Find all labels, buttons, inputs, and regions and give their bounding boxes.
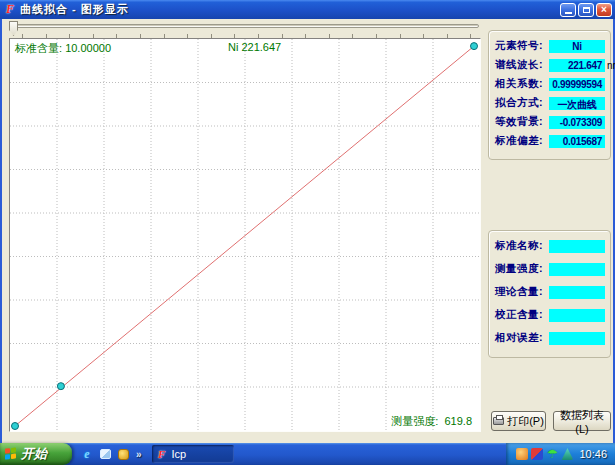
field-row: 标准偏差:0.015687	[495, 134, 605, 148]
tray-icon-4[interactable]	[561, 448, 573, 460]
tray-icon-1[interactable]	[516, 448, 528, 460]
field-row: 相对误差:	[495, 331, 605, 345]
field-row: 标准名称:	[495, 239, 605, 253]
system-tray: ☂ 10:46	[506, 443, 615, 465]
field-label: 相对误差:	[495, 331, 549, 345]
start-button[interactable]: 开始	[0, 443, 72, 465]
app-icon: F	[3, 3, 17, 17]
ie-icon[interactable]: e	[80, 447, 94, 461]
field-value	[549, 263, 605, 276]
field-row: 谱线波长:221.647nm	[495, 58, 605, 72]
field-value	[549, 309, 605, 322]
field-row: 校正含量:	[495, 308, 605, 322]
field-row: 拟合方式:一次曲线	[495, 96, 605, 110]
minimize-icon	[565, 12, 572, 14]
taskbar-clock[interactable]: 10:46	[579, 448, 607, 460]
title-bar[interactable]: F 曲线拟合 - 图形显示 ×	[0, 0, 615, 19]
print-button[interactable]: 打印(P)	[491, 411, 546, 431]
tray-umbrella-icon[interactable]: ☂	[546, 448, 558, 460]
field-row: 元素符号:Ni	[495, 39, 605, 53]
sample-fields-group: 标准名称:测量强度:理论含量:校正含量:相对误差:	[488, 230, 611, 358]
field-label: 谱线波长:	[495, 58, 549, 72]
chart-zoom-slider[interactable]	[8, 21, 481, 38]
field-label: 标准偏差:	[495, 134, 549, 148]
chart-annotation-measured-intensity: 测量强度: 619.8	[391, 414, 472, 429]
window-title: 曲线拟合 - 图形显示	[20, 2, 129, 17]
field-label: 等效背景:	[495, 115, 549, 129]
field-value: 0.99999594	[549, 78, 605, 91]
chart-plot-area[interactable]	[10, 39, 480, 431]
minimize-button[interactable]	[560, 3, 576, 17]
field-label: 元素符号:	[495, 39, 549, 53]
field-label: 标准名称:	[495, 239, 549, 253]
field-unit: nm	[607, 60, 615, 71]
show-desktop-icon[interactable]	[98, 447, 112, 461]
windows-logo-icon	[5, 447, 17, 460]
data-point[interactable]	[12, 423, 19, 430]
desktop-screen: F 曲线拟合 - 图形显示 × 标准含量: 10.00000 Ni 221.64…	[0, 0, 615, 465]
slider-thumb[interactable]	[9, 21, 18, 36]
field-value	[549, 240, 605, 253]
field-label: 校正含量:	[495, 308, 549, 322]
restore-button[interactable]	[578, 3, 594, 17]
fit-results-group: 元素符号:Ni谱线波长:221.647nm相关系数:0.99999594拟合方式…	[488, 30, 611, 160]
results-panel: 元素符号:Ni谱线波长:221.647nm相关系数:0.99999594拟合方式…	[486, 19, 613, 440]
app-window: F 曲线拟合 - 图形显示 × 标准含量: 10.00000 Ni 221.64…	[0, 0, 615, 443]
field-row: 等效背景:-0.073309	[495, 115, 605, 129]
field-label: 测量强度:	[495, 262, 549, 276]
quick-launch-bar: e »	[80, 447, 142, 461]
icp-app-icon: F	[156, 448, 168, 460]
printer-icon	[493, 417, 504, 425]
field-row: 测量强度:	[495, 262, 605, 276]
taskbar-item-label: Icp	[172, 448, 187, 460]
chart-annotation-standard-content: 标准含量: 10.00000	[15, 41, 111, 56]
data-point[interactable]	[57, 383, 64, 390]
field-label: 拟合方式:	[495, 96, 549, 110]
close-button[interactable]: ×	[596, 3, 612, 17]
data-list-button[interactable]: 数据列表(L)	[553, 411, 611, 431]
field-label: 理论含量:	[495, 285, 549, 299]
slider-track[interactable]	[10, 24, 479, 28]
quicklaunch-overflow-chevron[interactable]: »	[136, 449, 142, 460]
data-point[interactable]	[471, 43, 478, 50]
calibration-chart[interactable]: 标准含量: 10.00000 Ni 221.647 测量强度: 619.8	[9, 38, 481, 432]
chart-annotation-element-line: Ni 221.647	[228, 41, 281, 53]
field-row: 相关系数:0.99999594	[495, 77, 605, 91]
field-value	[549, 286, 605, 299]
field-label: 相关系数:	[495, 77, 549, 91]
field-row: 理论含量:	[495, 285, 605, 299]
taskbar: 开始 e » F Icp ☂ 10:46	[0, 443, 615, 465]
field-value: Ni	[549, 40, 605, 53]
field-value: 221.647	[549, 59, 605, 72]
tray-icon-2[interactable]	[531, 448, 543, 460]
field-value: 一次曲线	[549, 97, 605, 110]
restore-icon	[583, 7, 590, 13]
field-value: 0.015687	[549, 135, 605, 148]
start-label: 开始	[21, 445, 47, 463]
security-shield-icon[interactable]	[116, 447, 130, 461]
field-value: -0.073309	[549, 116, 605, 129]
field-value	[549, 332, 605, 345]
taskbar-item-icp[interactable]: F Icp	[152, 445, 234, 463]
